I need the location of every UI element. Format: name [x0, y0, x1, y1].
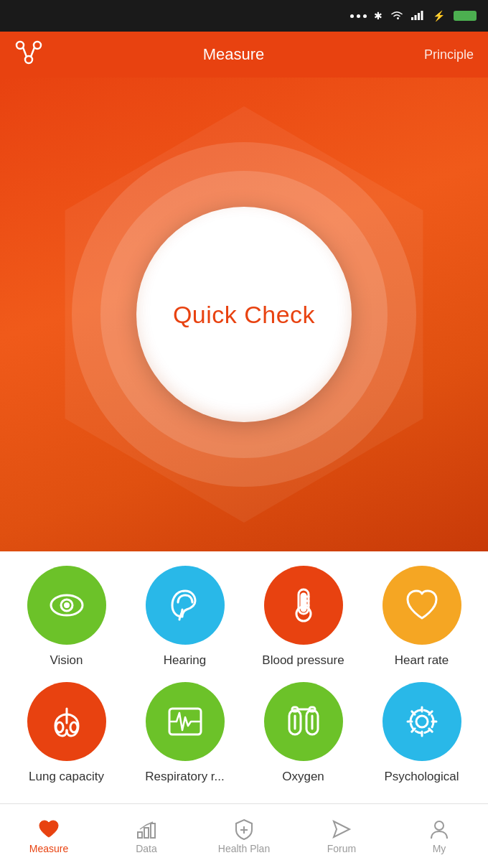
signal-icon [411, 10, 426, 22]
ear-icon [164, 584, 207, 627]
oxygen-item[interactable]: Oxygen [250, 682, 357, 784]
svg-rect-40 [151, 823, 155, 838]
status-dots [350, 14, 367, 18]
app-header: Measure Principle [0, 32, 488, 78]
logo-icon [14, 39, 43, 70]
gear-icon [400, 700, 444, 743]
psychological-icon-circle [383, 682, 461, 761]
svg-point-44 [435, 821, 444, 830]
wifi-icon [390, 10, 404, 22]
bluetooth-icon: ✱ [374, 10, 383, 22]
nav-measure-label: Measure [29, 843, 68, 854]
svg-rect-38 [138, 832, 142, 838]
bottom-navigation: Measure Data Health Plan Forum My [0, 803, 488, 868]
my-nav-icon [428, 818, 450, 840]
page-title: Measure [203, 45, 265, 64]
forum-nav-icon [331, 818, 352, 840]
hearing-item[interactable]: Hearing [131, 566, 239, 668]
svg-rect-2 [418, 13, 420, 20]
svg-point-28 [416, 716, 428, 727]
features-grid: Vision Hearing [0, 551, 488, 813]
heart-rate-icon-circle [383, 566, 461, 645]
hearing-icon-circle [146, 566, 225, 645]
oxygen-icon [282, 700, 325, 743]
lung-capacity-item[interactable]: Lung capacity [13, 682, 121, 784]
grid-row-2: Lung capacity Respiratory r... [7, 682, 481, 784]
svg-point-11 [64, 602, 70, 608]
svg-point-19 [70, 722, 78, 732]
nav-measure[interactable]: Measure [0, 804, 98, 868]
vision-icon-circle [27, 566, 106, 645]
svg-rect-39 [144, 828, 149, 838]
respiratory-icon-circle [146, 682, 225, 761]
status-bar: ✱ ⚡ [0, 0, 488, 32]
blood-pressure-label: Blood pressure [262, 653, 344, 668]
vision-item[interactable]: Vision [13, 566, 121, 668]
respiratory-label: Respiratory r... [145, 770, 225, 784]
nav-health-plan[interactable]: Health Plan [195, 804, 293, 868]
svg-point-18 [56, 722, 63, 732]
svg-marker-43 [334, 821, 349, 837]
lungs-icon [45, 700, 88, 743]
lung-capacity-icon-circle [27, 682, 106, 761]
nav-forum-label: Forum [327, 843, 356, 854]
thermometer-icon [282, 584, 325, 627]
quick-check-button[interactable]: Quick Check [136, 207, 352, 422]
oxygen-icon-circle [264, 682, 343, 761]
ecg-icon [164, 700, 207, 743]
lung-capacity-label: Lung capacity [29, 770, 104, 784]
svg-rect-3 [421, 11, 423, 20]
hero-section: Quick Check [0, 78, 488, 551]
nav-health-plan-label: Health Plan [218, 843, 270, 854]
respiratory-item[interactable]: Respiratory r... [131, 682, 239, 784]
heart-rate-item[interactable]: Heart rate [368, 566, 476, 668]
charging-icon: ⚡ [433, 10, 445, 22]
svg-line-7 [23, 47, 27, 57]
psychological-item[interactable]: Psychological [368, 682, 476, 784]
vision-label: Vision [50, 653, 83, 668]
blood-pressure-icon-circle [264, 566, 343, 645]
hearing-label: Hearing [164, 653, 207, 668]
nav-my[interactable]: My [390, 804, 488, 868]
grid-row-1: Vision Hearing [7, 566, 481, 668]
psychological-label: Psychological [385, 770, 459, 784]
nav-data-label: Data [136, 843, 157, 854]
blood-pressure-item[interactable]: Blood pressure [250, 566, 357, 668]
eye-icon [45, 584, 88, 627]
nav-forum[interactable]: Forum [293, 804, 390, 868]
battery-icon [454, 11, 477, 21]
svg-rect-0 [411, 17, 413, 20]
nav-my-label: My [433, 843, 446, 854]
data-nav-icon [136, 818, 157, 840]
svg-rect-1 [415, 15, 417, 20]
nav-data[interactable]: Data [98, 804, 195, 868]
svg-line-8 [31, 47, 34, 57]
quick-check-label: Quick Check [173, 301, 315, 329]
heart-outline-icon [400, 584, 444, 627]
measure-nav-icon [38, 818, 60, 840]
principle-button[interactable]: Principle [424, 47, 474, 62]
heart-rate-label: Heart rate [395, 653, 449, 668]
oxygen-label: Oxygen [282, 770, 324, 784]
health-plan-nav-icon [233, 818, 255, 840]
